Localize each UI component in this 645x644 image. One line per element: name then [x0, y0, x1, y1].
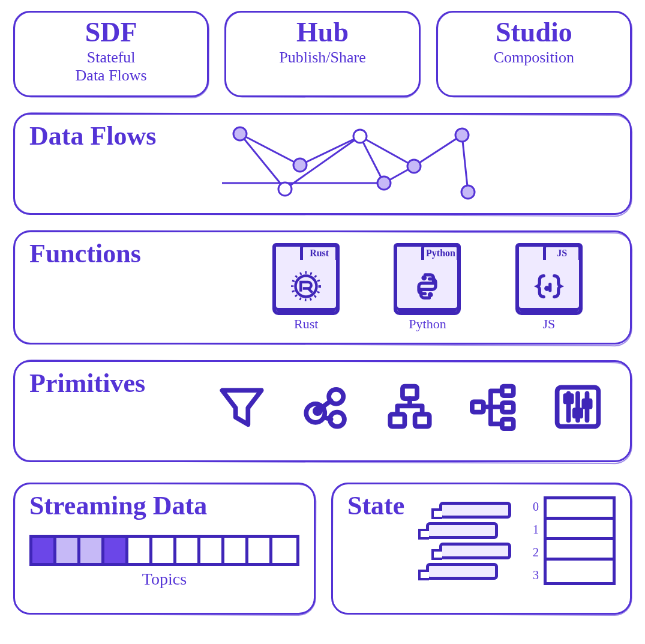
js-braces-icon	[532, 269, 566, 303]
file-python-icon: Python	[394, 243, 461, 315]
svg-rect-43	[584, 400, 590, 406]
file-rust-tag: Rust	[300, 244, 338, 260]
card-sdf-subtitle: Stateful Data Flows	[20, 49, 202, 85]
file-js-tag: JS	[543, 244, 581, 260]
state-index-0: 0	[533, 496, 539, 517]
python-logo-icon	[410, 269, 444, 303]
svg-point-18	[296, 275, 317, 296]
state-table-icon: 0 1 2 3	[533, 496, 616, 585]
topics-caption: Topics	[142, 570, 187, 589]
tune-icon	[552, 381, 604, 433]
transform-icon	[300, 381, 352, 433]
function-python-caption: Python	[409, 316, 446, 332]
merge-icon	[384, 381, 436, 433]
svg-point-27	[314, 408, 320, 414]
file-rust-icon: Rust	[272, 243, 340, 315]
function-rust-caption: Rust	[294, 316, 318, 332]
route-icon	[468, 381, 520, 433]
svg-point-15	[407, 160, 421, 173]
file-js-icon: JS	[515, 243, 583, 315]
card-hub-title: Hub	[231, 19, 413, 46]
functions-list: Rust Rust Python Python JS JS	[245, 243, 610, 332]
section-streaming: Streaming Data Topics	[13, 483, 316, 615]
svg-line-1	[240, 134, 285, 189]
svg-rect-42	[574, 410, 580, 416]
state-title: State	[347, 493, 404, 519]
state-index-1: 1	[533, 519, 539, 540]
section-data-flows: Data Flows	[13, 113, 632, 215]
svg-line-0	[240, 134, 300, 165]
section-primitives: Primitives	[13, 360, 632, 462]
svg-point-10	[233, 127, 247, 140]
svg-point-14	[377, 176, 391, 190]
function-python: Python Python	[394, 243, 461, 332]
function-js-caption: JS	[542, 316, 555, 332]
state-index-3: 3	[533, 565, 539, 585]
primitives-icons	[209, 381, 610, 433]
svg-rect-41	[565, 396, 571, 402]
svg-point-17	[461, 185, 475, 199]
bottom-row: Streaming Data Topics State 0 1 2 3	[13, 483, 632, 615]
section-functions: Functions Rust Rust Python Python JS JS	[13, 230, 632, 345]
functions-title: Functions	[29, 241, 141, 267]
rust-logo-icon	[289, 269, 323, 303]
svg-point-21	[430, 293, 432, 296]
svg-point-20	[423, 277, 425, 279]
function-rust: Rust Rust	[272, 243, 340, 332]
svg-point-11	[293, 158, 307, 172]
svg-line-28	[322, 400, 331, 406]
card-sdf-title: SDF	[20, 19, 202, 46]
streaming-title: Streaming Data	[29, 493, 299, 519]
svg-point-22	[546, 287, 548, 290]
state-stack-icon	[439, 502, 511, 580]
state-index-2: 2	[533, 542, 539, 562]
function-js: JS JS	[515, 243, 583, 332]
top-row: SDF Stateful Data Flows Hub Publish/Shar…	[13, 11, 632, 97]
card-studio: Studio Composition	[436, 11, 632, 97]
svg-point-13	[353, 130, 367, 143]
filter-icon	[216, 381, 268, 433]
card-studio-title: Studio	[443, 19, 625, 46]
section-state: State 0 1 2 3	[331, 483, 632, 615]
svg-point-12	[278, 182, 292, 196]
topics-bar-icon	[29, 535, 299, 566]
primitives-title: Primitives	[29, 370, 145, 397]
svg-line-2	[300, 136, 360, 165]
card-studio-subtitle: Composition	[443, 49, 625, 67]
card-sdf: SDF Stateful Data Flows	[13, 11, 209, 97]
svg-line-8	[414, 135, 462, 166]
topics-wrap: Topics	[29, 535, 299, 589]
card-hub-subtitle: Publish/Share	[231, 49, 413, 67]
data-flows-title: Data Flows	[29, 123, 156, 149]
svg-point-16	[455, 128, 469, 142]
file-python-tag: Python	[421, 244, 460, 260]
svg-line-9	[462, 135, 468, 192]
state-indices: 0 1 2 3	[533, 496, 539, 585]
card-hub: Hub Publish/Share	[224, 11, 420, 97]
data-flow-graph-icon	[222, 123, 510, 201]
svg-line-29	[323, 417, 331, 419]
